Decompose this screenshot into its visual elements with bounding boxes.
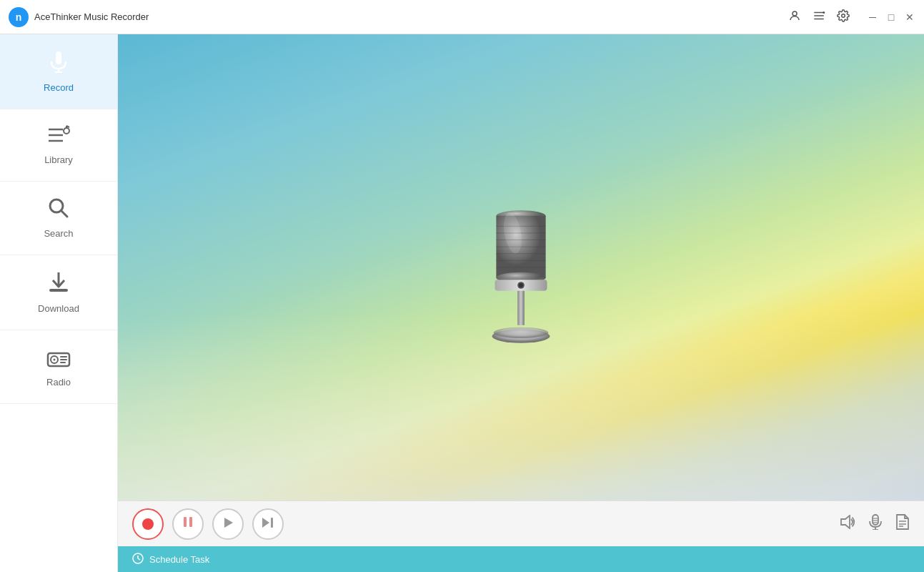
- sidebar-record-label: Record: [44, 82, 74, 93]
- schedule-label: Schedule Task: [149, 554, 209, 565]
- svg-marker-45: [262, 518, 269, 528]
- window-controls: ─ □ ✕: [867, 11, 915, 23]
- format-icon[interactable]: [895, 514, 910, 533]
- svg-rect-42: [184, 517, 187, 527]
- sidebar-item-radio[interactable]: Radio: [0, 330, 117, 404]
- sidebar-download-label: Download: [38, 303, 79, 314]
- mic-settings-icon[interactable]: [868, 514, 883, 533]
- svg-rect-39: [517, 291, 525, 325]
- record-icon: [47, 50, 70, 77]
- svg-point-0: [793, 11, 797, 16]
- sidebar-radio-label: Radio: [46, 377, 71, 388]
- play-icon: [222, 517, 234, 531]
- library-icon: [47, 125, 70, 149]
- controls-bar: [118, 500, 924, 546]
- skip-icon: [262, 517, 274, 531]
- sidebar-item-library[interactable]: Library: [0, 109, 117, 182]
- clock-icon: [132, 553, 144, 566]
- sidebar-item-record[interactable]: Record: [0, 34, 117, 109]
- search-icon: [48, 197, 69, 222]
- svg-point-12: [64, 128, 69, 134]
- record-button[interactable]: [132, 508, 164, 540]
- main-layout: Record Library: [0, 34, 924, 572]
- svg-rect-48: [873, 515, 878, 525]
- svg-line-59: [138, 558, 140, 560]
- title-bar: n AceThinker Music Recorder ─ □ ✕: [0, 0, 924, 34]
- pause-icon: [182, 516, 194, 532]
- sidebar-search-label: Search: [44, 228, 73, 239]
- controls-left: [132, 508, 284, 540]
- svg-line-16: [61, 211, 67, 217]
- schedule-bar[interactable]: Schedule Task: [118, 546, 924, 572]
- svg-point-5: [842, 14, 845, 17]
- content-area: Schedule Task: [118, 34, 924, 572]
- maximize-button[interactable]: □: [885, 11, 897, 23]
- radio-icon: [46, 346, 71, 371]
- svg-point-21: [54, 359, 56, 361]
- svg-point-37: [519, 283, 523, 287]
- play-button[interactable]: [212, 508, 244, 540]
- pause-button[interactable]: [172, 508, 204, 540]
- svg-rect-46: [271, 518, 273, 528]
- close-button[interactable]: ✕: [904, 11, 915, 23]
- title-bar-left: n AceThinker Music Recorder: [9, 7, 149, 27]
- sidebar-library-label: Library: [44, 154, 73, 165]
- account-icon[interactable]: [788, 9, 801, 25]
- sidebar: Record Library: [0, 34, 118, 572]
- settings-icon[interactable]: [837, 9, 850, 25]
- sidebar-item-search[interactable]: Search: [0, 182, 117, 255]
- svg-marker-44: [224, 518, 233, 528]
- main-background: [118, 34, 924, 500]
- svg-rect-43: [189, 517, 192, 527]
- volume-icon[interactable]: [840, 515, 855, 533]
- svg-point-4: [823, 11, 825, 14]
- sidebar-item-download[interactable]: Download: [0, 255, 117, 330]
- svg-rect-18: [49, 289, 68, 292]
- app-title: AceThinker Music Recorder: [34, 11, 149, 22]
- minimize-button[interactable]: ─: [867, 11, 878, 23]
- download-icon: [47, 271, 70, 297]
- record-dot-icon: [142, 518, 154, 530]
- svg-point-41: [494, 327, 549, 338]
- svg-marker-47: [841, 516, 850, 528]
- title-bar-right: ─ □ ✕: [788, 9, 915, 25]
- menu-list-icon[interactable]: [813, 9, 825, 25]
- skip-button[interactable]: [252, 508, 284, 540]
- controls-right: [840, 514, 910, 533]
- microphone-illustration: [478, 178, 564, 357]
- svg-rect-6: [56, 51, 61, 64]
- app-logo: n: [9, 7, 29, 27]
